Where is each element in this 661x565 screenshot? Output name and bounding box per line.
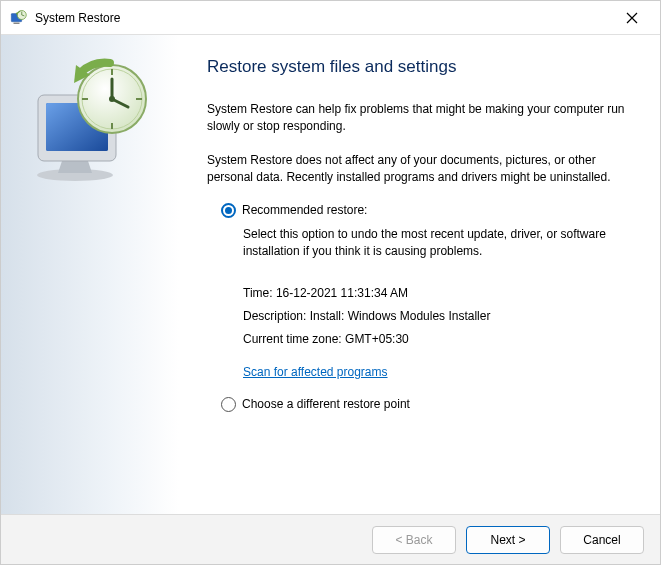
wizard-content: Restore system files and settings System… bbox=[179, 35, 660, 514]
page-heading: Restore system files and settings bbox=[207, 57, 628, 77]
radio-different-restore-point[interactable]: Choose a different restore point bbox=[221, 397, 628, 412]
radio-different-label: Choose a different restore point bbox=[242, 397, 410, 411]
restore-time: Time: 16-12-2021 11:31:34 AM bbox=[243, 282, 628, 305]
cancel-button[interactable]: Cancel bbox=[560, 526, 644, 554]
wizard-footer: < Back Next > Cancel bbox=[1, 514, 660, 564]
svg-rect-1 bbox=[14, 22, 20, 24]
intro-text-2: System Restore does not affect any of yo… bbox=[207, 152, 628, 187]
radio-recommended-restore[interactable]: Recommended restore: bbox=[221, 203, 628, 218]
titlebar: System Restore bbox=[1, 1, 660, 35]
radio-icon-unselected bbox=[221, 397, 236, 412]
next-button[interactable]: Next > bbox=[466, 526, 550, 554]
close-icon bbox=[626, 12, 638, 24]
back-button: < Back bbox=[372, 526, 456, 554]
restore-illustration bbox=[20, 53, 160, 193]
recommended-desc: Select this option to undo the most rece… bbox=[243, 226, 628, 261]
window-title: System Restore bbox=[35, 11, 612, 25]
radio-recommended-label: Recommended restore: bbox=[242, 203, 367, 217]
system-restore-icon bbox=[9, 9, 27, 27]
close-button[interactable] bbox=[612, 3, 652, 33]
svg-point-16 bbox=[109, 96, 115, 102]
scan-affected-programs-link[interactable]: Scan for affected programs bbox=[243, 365, 388, 379]
restore-timezone: Current time zone: GMT+05:30 bbox=[243, 328, 628, 351]
wizard-sidebar bbox=[1, 35, 179, 514]
intro-text-1: System Restore can help fix problems tha… bbox=[207, 101, 628, 136]
radio-icon-selected bbox=[221, 203, 236, 218]
restore-description: Description: Install: Windows Modules In… bbox=[243, 305, 628, 328]
wizard-body: Restore system files and settings System… bbox=[1, 35, 660, 514]
